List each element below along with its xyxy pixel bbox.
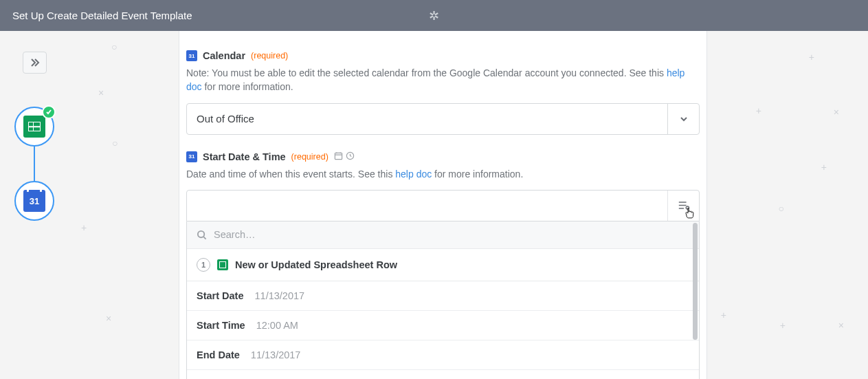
canvas-dot-icon: ○ xyxy=(111,41,117,52)
canvas-plus-icon: + xyxy=(809,52,814,63)
calendar-field-label: Calendar xyxy=(203,50,245,61)
dropdown-option[interactable]: Start Date 11/13/2017 xyxy=(187,281,699,311)
dropdown-search-input[interactable] xyxy=(214,229,689,240)
svg-rect-0 xyxy=(335,153,342,159)
help-doc-link[interactable]: help doc xyxy=(395,169,432,180)
canvas-plus-icon: + xyxy=(756,105,761,116)
dropdown-option[interactable]: End Date 11/13/2017 xyxy=(187,340,699,370)
field-start-datetime: 31 Start Date & Time (required) Date and… xyxy=(179,151,706,379)
google-sheets-icon xyxy=(23,116,45,138)
required-tag: (required) xyxy=(251,51,288,61)
source-step-number: 1 xyxy=(197,258,210,272)
start-field-label: Start Date & Time xyxy=(203,151,286,162)
start-field-icon: 31 xyxy=(186,151,197,162)
step-node-2[interactable]: 31 xyxy=(14,181,54,221)
calendar-help-text: Note: You must be able to edit the selec… xyxy=(186,66,700,94)
insert-data-button[interactable] xyxy=(667,191,699,221)
field-calendar: 31 Calendar (required) Note: You must be… xyxy=(179,50,706,151)
dropdown-search-row xyxy=(187,221,699,249)
scrollbar-thumb[interactable] xyxy=(693,223,698,340)
google-sheets-icon xyxy=(217,259,228,270)
insert-data-dropdown: 1 New or Updated Spreadsheet Row Start D… xyxy=(186,221,700,379)
form-panel: 31 Calendar (required) Note: You must be… xyxy=(179,31,707,379)
canvas-plus-icon: + xyxy=(721,310,726,321)
calendar-select-value: Out of Office xyxy=(187,104,667,134)
header-bar: Set Up Create Detailed Event Template ✲ xyxy=(0,0,868,31)
canvas-dot-icon: ○ xyxy=(112,138,118,149)
canvas-x-icon: × xyxy=(98,87,104,98)
canvas-plus-icon: + xyxy=(780,320,786,331)
canvas-plus-icon: + xyxy=(81,222,87,233)
left-rail: 31 xyxy=(0,31,69,379)
step-connector xyxy=(34,147,35,181)
check-badge-icon xyxy=(42,105,56,119)
dropdown-option[interactable]: Start Time 12:00 AM xyxy=(187,311,699,340)
start-datetime-input[interactable] xyxy=(186,190,700,221)
chevron-down-icon[interactable] xyxy=(667,104,699,134)
source-title: New or Updated Spreadsheet Row xyxy=(235,259,397,270)
dropdown-source-header[interactable]: 1 New or Updated Spreadsheet Row xyxy=(187,249,699,281)
required-tag: (required) xyxy=(291,152,329,162)
canvas-x-icon: × xyxy=(838,320,844,331)
canvas-dot-icon: ○ xyxy=(779,203,784,214)
cursor-pointer-icon xyxy=(685,208,695,221)
dropdown-option[interactable]: End Time 11:59 PM xyxy=(187,370,699,379)
time-hint-icon xyxy=(346,151,355,162)
google-calendar-icon: 31 xyxy=(23,190,45,212)
canvas-x-icon: × xyxy=(834,107,839,118)
page-title: Set Up Create Detailed Event Template xyxy=(12,10,192,21)
step-node-1[interactable] xyxy=(14,107,54,147)
date-hint-icon xyxy=(334,151,343,162)
expand-sidebar-button[interactable] xyxy=(23,52,47,74)
calendar-field-icon: 31 xyxy=(186,50,197,61)
search-icon xyxy=(197,230,207,240)
canvas-plus-icon: + xyxy=(821,162,827,173)
loading-spinner-icon: ✲ xyxy=(429,8,439,23)
canvas-x-icon: × xyxy=(106,313,111,324)
start-help-text: Date and time of when this event starts.… xyxy=(186,167,700,181)
svg-point-3 xyxy=(198,231,204,237)
calendar-select[interactable]: Out of Office xyxy=(186,103,700,135)
